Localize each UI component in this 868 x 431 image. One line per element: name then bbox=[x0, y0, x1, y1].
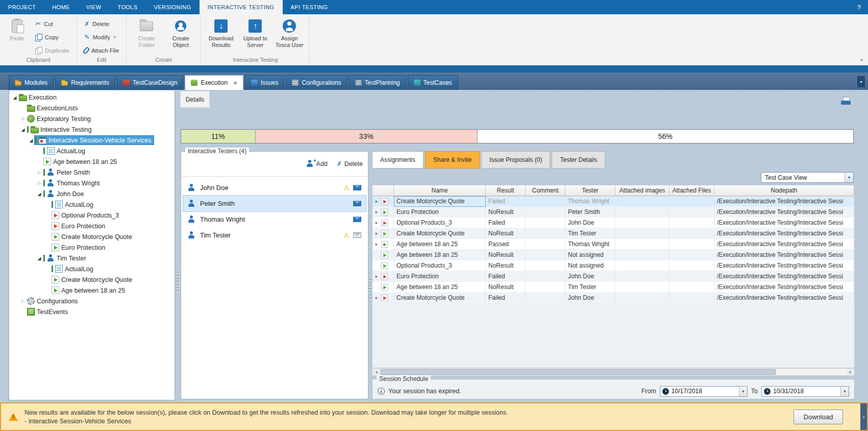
tree-item-testevents[interactable]: TestEvents bbox=[9, 306, 175, 317]
create-folder-button[interactable]: Create Folder bbox=[130, 17, 163, 55]
table-row-3[interactable]: ▸Optional Products_3FailedJohn Doe/Execu… bbox=[373, 218, 854, 228]
table-row-7[interactable]: Optional Products_3NoResultNot assigned/… bbox=[373, 260, 854, 271]
column-header-attached-files[interactable]: Attached Files bbox=[669, 185, 714, 196]
table-row-6[interactable]: Age between 18 an 25NoResultNot assigned… bbox=[373, 250, 854, 260]
tree-expander-icon[interactable]: ▷ bbox=[36, 181, 43, 185]
tree-item-thomas-wright[interactable]: ▷Thomas Wright bbox=[9, 178, 175, 188]
table-row-1[interactable]: ▸Create Motorcycle QuoteFailedThomas Wri… bbox=[373, 196, 854, 207]
tree-item-create-motorcycle-quote[interactable]: Create Motorcycle Quote bbox=[9, 231, 175, 242]
upload-to-server-button[interactable]: Upload to Server bbox=[239, 17, 271, 55]
menu-item-tools[interactable]: TOOLS bbox=[109, 0, 145, 14]
workspace-tab-modules[interactable]: Modules bbox=[9, 75, 54, 90]
row-expander-icon[interactable]: ▸ bbox=[374, 199, 379, 204]
close-tab-icon[interactable] bbox=[233, 80, 237, 86]
column-header-comment[interactable]: Comment bbox=[526, 185, 565, 196]
dropdown-arrow-icon[interactable] bbox=[840, 387, 849, 396]
tree-expander-icon[interactable]: ◢ bbox=[36, 256, 43, 261]
expand-panel-icon[interactable] bbox=[860, 403, 867, 430]
row-expander-icon[interactable]: ▸ bbox=[374, 242, 379, 247]
tree-item-age-between-18-an-25[interactable]: Age between 18 an 25 bbox=[9, 156, 175, 167]
tree-item-actuallog[interactable]: ActualLog bbox=[9, 146, 175, 156]
table-row-9[interactable]: Age between 18 an 25NoResultTim Tester/E… bbox=[373, 282, 854, 293]
delete-tester-button[interactable]: Delete bbox=[337, 160, 363, 167]
tab-assignments[interactable]: Assignments bbox=[372, 151, 424, 169]
tree-expander-icon[interactable]: ◢ bbox=[19, 127, 27, 132]
row-expander-icon[interactable]: ▸ bbox=[374, 231, 379, 236]
tree-item-age-between-18-an-25[interactable]: Age between 18 an 25 bbox=[9, 285, 175, 296]
tree-item-tim-tester[interactable]: ◢Tim Tester bbox=[9, 253, 175, 264]
menu-item-versioning[interactable]: VERSIONING bbox=[146, 0, 200, 14]
mail-icon[interactable] bbox=[353, 232, 361, 238]
table-row-8[interactable]: ▸Euro ProtectionFailedJohn Doe/Execution… bbox=[373, 271, 854, 282]
menu-item-interactive-testing[interactable]: INTERACTIVE TESTING bbox=[200, 0, 283, 14]
tree-item-configurations[interactable]: ▷Configurations bbox=[9, 296, 175, 306]
download-results-button[interactable]: Download Results bbox=[205, 17, 237, 55]
workspace-tab-testplanning[interactable]: TestPlanning bbox=[349, 75, 406, 90]
column-header-tester[interactable]: Tester bbox=[565, 185, 615, 196]
workspace-tab-issues[interactable]: Issues bbox=[245, 75, 285, 90]
tester-item-peter-smith[interactable]: Peter Smith bbox=[183, 196, 366, 211]
table-row-2[interactable]: ▸Euro ProtectionNoResultPeter Smith/Exec… bbox=[373, 207, 854, 218]
table-row-10[interactable]: ▸Create Motorcycle QuoteFailedJohn Doe/E… bbox=[373, 293, 854, 303]
menu-item-view[interactable]: VIEW bbox=[78, 0, 110, 14]
row-expander-icon[interactable]: ▸ bbox=[374, 274, 379, 279]
workspace-tab-testcases[interactable]: TestCases bbox=[408, 75, 458, 90]
column-header-attached-images[interactable]: Attached images bbox=[615, 185, 669, 196]
tab-issue-proposals-0[interactable]: Issue Proposals (0) bbox=[481, 151, 550, 169]
menu-item-home[interactable]: HOME bbox=[44, 0, 78, 14]
tab-list-dropdown-icon[interactable] bbox=[857, 76, 865, 87]
tree-item-peter-smith[interactable]: ▷Peter Smith bbox=[9, 167, 175, 178]
tab-share-invite[interactable]: Share & Invite bbox=[425, 151, 480, 169]
row-expander-icon[interactable]: ▸ bbox=[374, 295, 379, 300]
mail-icon[interactable] bbox=[353, 185, 361, 190]
tester-item-tim-tester[interactable]: Tim Tester⚠ bbox=[183, 227, 366, 243]
column-header-name[interactable]: Name bbox=[394, 185, 486, 196]
workspace-tab-execution[interactable]: Execution bbox=[185, 75, 243, 90]
menu-item-project[interactable]: PROJECT bbox=[0, 0, 44, 14]
row-expander-icon[interactable]: ▸ bbox=[374, 209, 379, 214]
paste-button[interactable]: Paste bbox=[4, 17, 30, 55]
assign-tosca-user-button[interactable]: Assign Tosca User bbox=[273, 17, 306, 55]
tree-expander-icon[interactable]: ▷ bbox=[36, 170, 43, 175]
attach-file-button[interactable]: Attach File bbox=[81, 45, 122, 56]
tree-expander-icon[interactable]: ▷ bbox=[19, 116, 27, 121]
cut-button[interactable]: Cut bbox=[32, 18, 73, 29]
tree-expander-icon[interactable]: ◢ bbox=[28, 138, 35, 143]
tree-item-interactive-session-vehicle-services[interactable]: ◢Interactive Session-Vehicle Services bbox=[9, 135, 175, 146]
from-date-picker[interactable]: 10/17/2018 bbox=[660, 386, 748, 397]
tree-item-create-motorcycle-quote[interactable]: Create Motorcycle Quote bbox=[9, 274, 175, 285]
tree-expander-icon[interactable]: ◢ bbox=[11, 95, 18, 100]
download-button[interactable]: Download bbox=[793, 410, 843, 424]
row-expander-icon[interactable]: ▸ bbox=[374, 220, 379, 225]
tree-expander-icon[interactable]: ◢ bbox=[36, 191, 43, 197]
workspace-tab-testcasedesign[interactable]: TestCaseDesign bbox=[117, 75, 183, 90]
add-tester-button[interactable]: Add bbox=[306, 160, 328, 167]
tester-item-john-doe[interactable]: John Doe⚠ bbox=[183, 180, 366, 196]
tester-item-thomas-wright[interactable]: Thomas Wright bbox=[183, 211, 366, 227]
tree-item-euro-protection[interactable]: Euro Protection bbox=[9, 221, 175, 231]
create-object-button[interactable]: Create Object bbox=[164, 17, 197, 55]
collapse-ribbon-button[interactable] bbox=[860, 57, 863, 62]
tab-tester-details[interactable]: Tester Details bbox=[552, 151, 605, 169]
tree-item-john-doe[interactable]: ◢John Doe bbox=[9, 188, 175, 199]
delete-button[interactable]: Delete bbox=[81, 18, 122, 29]
tree-expander-icon[interactable]: ▷ bbox=[19, 299, 27, 303]
column-header-nodepath[interactable]: Nodepath bbox=[714, 185, 854, 196]
tree-item-optional-products-3[interactable]: Optional Products_3 bbox=[9, 210, 175, 221]
workspace-tab-requirements[interactable]: Requirements bbox=[55, 75, 115, 90]
workspace-tab-configurations[interactable]: Configurations bbox=[286, 75, 347, 90]
tree-item-execution[interactable]: ◢Execution bbox=[9, 92, 175, 103]
help-button[interactable]: ? bbox=[850, 0, 868, 14]
tree-item-interactive-testing[interactable]: ◢Interactive Testing bbox=[9, 124, 175, 135]
modify-button[interactable]: Modify bbox=[81, 32, 122, 42]
tree-item-executionlists[interactable]: ExecutionLists bbox=[9, 103, 175, 113]
scrollbar-thumb[interactable] bbox=[381, 369, 776, 375]
scroll-right-icon[interactable] bbox=[847, 369, 854, 375]
duplicate-button[interactable]: Duplicate bbox=[32, 45, 73, 56]
to-date-picker[interactable]: 10/31/2018 bbox=[761, 386, 849, 397]
mail-icon[interactable] bbox=[353, 201, 361, 206]
tree-item-euro-protection[interactable]: Euro Protection bbox=[9, 242, 175, 253]
splitter-grip[interactable] bbox=[369, 279, 371, 300]
tree-item-actuallog[interactable]: ActualLog bbox=[9, 264, 175, 274]
table-row-5[interactable]: ▸Age between 18 an 25PassedThomas Wright… bbox=[373, 239, 854, 250]
